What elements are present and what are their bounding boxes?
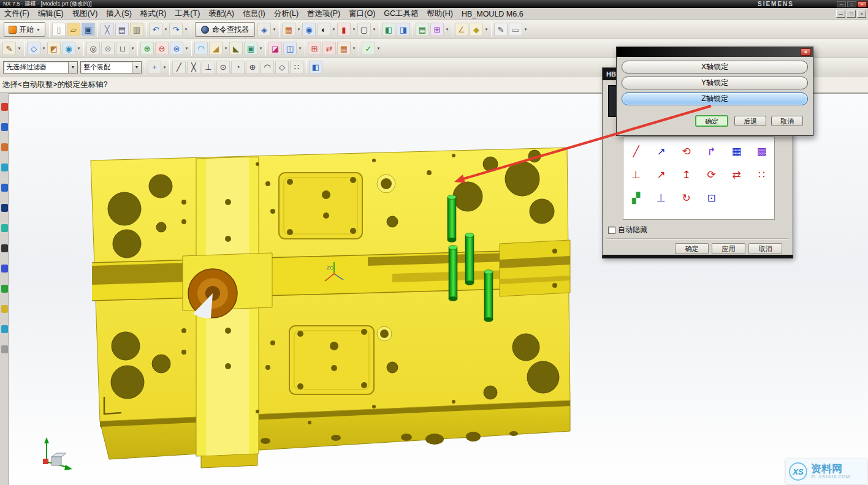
intersect-icon[interactable]: ⊗ <box>170 42 183 55</box>
history-icon[interactable] <box>1 224 8 232</box>
extrude-icon[interactable]: ◩ <box>47 42 61 55</box>
view-layout-icon[interactable]: ▦ <box>282 23 295 36</box>
doc-minimize-button[interactable]: — <box>836 10 845 18</box>
snap-point-icon[interactable]: + <box>148 61 161 74</box>
axis-ok-button[interactable]: 确定 <box>695 115 728 127</box>
autohide-checkbox[interactable] <box>608 227 615 234</box>
save-icon[interactable]: ▣ <box>82 23 95 36</box>
menu-item[interactable]: 插入(S) <box>102 9 136 19</box>
doc-close-button[interactable]: × <box>857 10 866 18</box>
analysis-bars-dropdown-arrow[interactable]: ▼ <box>351 23 357 36</box>
shaded-display-icon[interactable]: ◐ <box>317 23 330 36</box>
axis-back-button[interactable]: 后退 <box>734 116 766 126</box>
view-orient-icon[interactable]: ◧ <box>309 61 322 74</box>
assembly-navigator-icon[interactable] <box>1 103 8 111</box>
web-browser-icon[interactable] <box>1 204 8 212</box>
app-close-button[interactable]: × <box>858 1 867 7</box>
snap-intersection-icon[interactable]: ⊥ <box>202 61 215 74</box>
hole-icon[interactable]: ◎ <box>86 42 100 55</box>
measure-icon[interactable]: ∠ <box>455 23 468 36</box>
view-layout-dropdown-arrow[interactable]: ▼ <box>296 23 302 36</box>
swap-direction-icon[interactable]: ⇄ <box>732 168 740 181</box>
edge-blend-icon[interactable]: ◠ <box>194 42 208 55</box>
start-button[interactable]: 开始 ▼ <box>4 22 45 37</box>
pocket-icon[interactable]: ⊔ <box>116 42 129 55</box>
revolve-icon[interactable]: ◉ <box>62 42 75 55</box>
close-icon[interactable]: × <box>801 48 811 56</box>
command-finder-button[interactable]: 命令查找器 <box>195 22 255 37</box>
rotate-axis-icon[interactable]: ↻ <box>682 192 690 205</box>
sketch-dropdown-arrow[interactable]: ▼ <box>17 42 22 55</box>
snap-endpoint-icon[interactable]: ╱ <box>172 61 186 74</box>
snap-on-face-icon[interactable]: ◇ <box>275 61 289 74</box>
system-scene-icon[interactable] <box>1 305 8 313</box>
axis-perpendicular-icon[interactable]: ⊥ <box>631 168 641 181</box>
part-navigator-icon[interactable] <box>1 143 8 151</box>
relations-dropdown-arrow[interactable]: ▼ <box>444 23 450 36</box>
bounds-icon[interactable]: ▭ <box>509 23 522 36</box>
synchronous-modeling-dropdown-arrow[interactable]: ▼ <box>376 42 381 55</box>
snap-arc-center-icon[interactable]: ⊙ <box>216 61 230 74</box>
axis-cancel-button[interactable]: 取消 <box>771 116 803 126</box>
constraint-navigator-icon[interactable] <box>1 123 8 131</box>
window-list-icon[interactable] <box>1 345 8 353</box>
datum-plane-dropdown-arrow[interactable]: ▼ <box>41 42 47 55</box>
paste-icon[interactable]: ▥ <box>130 23 143 36</box>
redo-dropdown-arrow[interactable]: ▼ <box>183 23 189 36</box>
menu-item[interactable]: 视图(V) <box>68 9 102 19</box>
snap-midpoint-icon[interactable]: ╳ <box>187 61 200 74</box>
selection-scope-combo[interactable]: 整个装配 ▼ <box>80 61 142 73</box>
open-file-icon[interactable]: ▱ <box>67 23 80 36</box>
window-display-icon[interactable]: ▢ <box>357 23 371 36</box>
snap-point-dropdown-arrow[interactable]: ▼ <box>162 61 167 74</box>
pattern-face-dropdown-arrow[interactable]: ▼ <box>351 42 357 55</box>
boss-icon[interactable]: ⊚ <box>101 42 115 55</box>
sketch-icon[interactable]: ✎ <box>2 42 16 55</box>
info-icon[interactable]: ◈ <box>257 23 271 36</box>
menu-item[interactable]: 信息(I) <box>238 9 270 19</box>
info-dropdown-arrow[interactable]: ▼ <box>272 23 277 36</box>
reuse-library-icon[interactable] <box>1 164 8 171</box>
menu-item[interactable]: 分析(L) <box>270 9 303 19</box>
z-axis-lock-button[interactable]: Z轴锁定 <box>622 92 808 105</box>
materials-icon[interactable]: ◆ <box>470 23 483 36</box>
rect-pattern-icon[interactable]: ▦ <box>731 145 741 158</box>
process-studio-icon[interactable] <box>1 244 8 252</box>
app-minimize-button[interactable]: — <box>837 1 846 7</box>
sphere-display-icon[interactable]: ◉ <box>302 23 316 36</box>
dialog-cancel-button[interactable]: 取消 <box>748 243 782 254</box>
copy-icon[interactable]: ▤ <box>115 23 129 36</box>
dialog-ok-button[interactable]: 确定 <box>675 243 709 254</box>
manufacturing-wizard-icon[interactable] <box>1 265 8 273</box>
unite-icon[interactable]: ⊕ <box>140 42 154 55</box>
hd3d-tools-icon[interactable] <box>1 184 8 192</box>
materials-dropdown-arrow[interactable]: ▼ <box>484 23 489 36</box>
axis-dialog-titlebar[interactable]: × <box>617 47 813 57</box>
shell-icon[interactable]: ▣ <box>244 42 257 55</box>
instance-feature-icon[interactable]: ⊞ <box>308 42 321 55</box>
menu-item[interactable]: HB_MOULD M6.6 <box>457 10 528 18</box>
y-axis-lock-button[interactable]: Y轴锁定 <box>622 77 808 89</box>
snap-on-curve-icon[interactable]: ◠ <box>261 61 274 74</box>
project-down-icon[interactable]: ⊥ <box>657 192 666 205</box>
chamfer-dropdown-arrow[interactable]: ▼ <box>223 42 229 55</box>
split-body-dropdown-arrow[interactable]: ▼ <box>297 42 303 55</box>
revolve-dropdown-arrow[interactable]: ▼ <box>76 42 82 55</box>
shaded-display-dropdown-arrow[interactable]: ▼ <box>331 23 337 36</box>
line-angle-icon[interactable]: ╱ <box>633 145 639 158</box>
expression-icon[interactable]: ▤ <box>416 23 429 36</box>
menu-item[interactable]: 格式(R) <box>136 9 170 19</box>
window-display-dropdown-arrow[interactable]: ▼ <box>371 23 377 36</box>
undo-dropdown-arrow[interactable]: ▼ <box>163 23 169 36</box>
redo-icon[interactable]: ↷ <box>169 23 183 36</box>
new-file-icon[interactable]: ▯ <box>52 23 66 36</box>
menu-item[interactable]: 编辑(E) <box>34 9 68 19</box>
dialog-apply-button[interactable]: 应用 <box>712 243 745 254</box>
chamfer-icon[interactable]: ◢ <box>209 42 223 55</box>
doc-restore-button[interactable]: □ <box>847 10 856 18</box>
snap-quadrant-icon[interactable]: ◔ <box>231 61 245 74</box>
snap-existing-point-icon[interactable]: ⊕ <box>246 61 259 74</box>
selection-scope-arrow[interactable]: ▼ <box>132 62 141 73</box>
translate-vector-icon[interactable]: ↗ <box>657 168 665 181</box>
grid-pattern-icon[interactable]: ▞ <box>632 192 640 205</box>
